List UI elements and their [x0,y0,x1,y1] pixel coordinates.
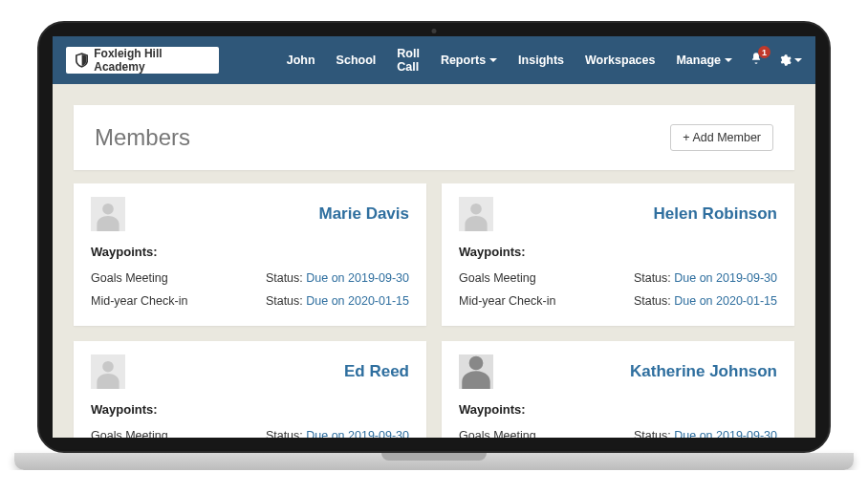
member-card-header: Helen Robinson [459,197,777,231]
camera-dot [432,29,437,33]
nav-item-label: School [336,54,377,67]
nav-item-school[interactable]: School [336,54,377,67]
page-header: Members + Add Member [74,105,794,170]
status-due-link[interactable]: Due on 2019-09-30 [306,271,409,285]
member-card: Katherine JohnsonWaypoints:Goals Meeting… [442,341,794,438]
member-name-link[interactable]: Helen Robinson [654,204,777,224]
app-screen: Foxleigh Hill Academy JohnSchoolRoll Cal… [53,36,815,438]
waypoint-row: Goals MeetingStatus: Due on 2019-09-30 [459,424,777,438]
status-prefix: Status: [634,271,674,285]
status-prefix: Status: [266,429,306,438]
status-prefix: Status: [634,429,674,438]
nav-item-john[interactable]: John [287,54,315,67]
member-card-header: Marie Davis [91,197,409,231]
member-name-link[interactable]: Katherine Johnson [630,362,777,381]
member-name-link[interactable]: Marie Davis [319,204,410,224]
waypoint-status: Status: Due on 2019-09-30 [634,429,777,438]
waypoint-title: Goals Meeting [91,271,168,285]
caret-down-icon [725,58,732,62]
member-card: Marie DavisWaypoints:Goals MeetingStatus… [74,183,426,326]
add-member-label: + Add Member [683,131,761,144]
nav-item-manage[interactable]: Manage [676,54,732,67]
status-due-link[interactable]: Due on 2019-09-30 [674,429,777,438]
nav-item-label: Insights [518,54,564,67]
waypoint-title: Mid-year Check-in [91,294,187,308]
nav-item-label: Reports [441,54,486,67]
laptop-bezel: Foxleigh Hill Academy JohnSchoolRoll Cal… [37,21,831,453]
waypoint-status: Status: Due on 2020-01-15 [634,294,777,308]
member-card-header: Katherine Johnson [459,354,777,389]
nav-item-label: Roll Call [397,47,420,74]
laptop-notch [381,453,487,461]
settings-menu[interactable] [778,54,802,67]
caret-down-icon [489,58,497,62]
add-member-button[interactable]: + Add Member [670,124,773,151]
waypoints-label: Waypoints: [91,245,409,259]
nav-item-label: Workspaces [585,54,655,67]
laptop-base [14,453,854,470]
waypoint-title: Goals Meeting [91,429,168,438]
nav-item-insights[interactable]: Insights [518,54,564,67]
waypoint-row: Goals MeetingStatus: Due on 2019-09-30 [91,267,409,290]
waypoint-row: Mid-year Check-inStatus: Due on 2020-01-… [459,290,777,312]
avatar[interactable] [459,354,493,389]
shield-icon [76,53,88,68]
status-prefix: Status: [266,294,306,308]
navbar: Foxleigh Hill Academy JohnSchoolRoll Cal… [53,36,815,84]
member-card: Ed ReedWaypoints:Goals MeetingStatus: Du… [74,341,426,438]
waypoint-row: Goals MeetingStatus: Due on 2019-09-30 [459,267,777,290]
brand-logo[interactable]: Foxleigh Hill Academy [66,47,219,74]
waypoint-status: Status: Due on 2019-09-30 [634,271,777,285]
nav-item-label: Manage [676,54,721,67]
brand-name: Foxleigh Hill Academy [94,47,208,74]
caret-down-icon [794,58,802,62]
nav-item-workspaces[interactable]: Workspaces [585,54,655,67]
page-title: Members [95,124,190,151]
laptop-mockup: Foxleigh Hill Academy JohnSchoolRoll Cal… [37,21,831,470]
nav-links: JohnSchoolRoll CallReportsInsightsWorksp… [287,47,732,74]
member-cards: Marie DavisWaypoints:Goals MeetingStatus… [74,183,794,438]
notification-bell[interactable]: 1 [749,52,763,69]
member-card: Helen RobinsonWaypoints:Goals MeetingSta… [442,183,794,326]
waypoint-title: Mid-year Check-in [459,294,555,308]
waypoint-status: Status: Due on 2019-09-30 [266,429,409,438]
notification-badge: 1 [758,46,770,58]
gear-icon [778,54,792,67]
status-due-link[interactable]: Due on 2020-01-15 [674,294,777,308]
avatar[interactable] [91,197,125,231]
status-due-link[interactable]: Due on 2019-09-30 [674,271,777,285]
waypoint-status: Status: Due on 2019-09-30 [266,271,409,285]
waypoints-label: Waypoints: [459,402,777,417]
waypoint-title: Goals Meeting [459,429,536,438]
nav-item-label: John [287,54,315,67]
avatar[interactable] [459,197,493,231]
waypoints-label: Waypoints: [459,245,777,259]
status-due-link[interactable]: Due on 2020-01-15 [306,294,409,308]
status-prefix: Status: [634,294,674,308]
status-prefix: Status: [266,271,306,285]
member-name-link[interactable]: Ed Reed [344,362,409,381]
waypoint-status: Status: Due on 2020-01-15 [266,294,409,308]
waypoints-label: Waypoints: [91,402,409,417]
status-due-link[interactable]: Due on 2019-09-30 [306,429,409,438]
nav-item-reports[interactable]: Reports [441,54,497,67]
waypoint-row: Mid-year Check-inStatus: Due on 2020-01-… [91,290,409,312]
avatar[interactable] [91,354,125,389]
waypoint-title: Goals Meeting [459,271,536,285]
nav-item-roll-call[interactable]: Roll Call [397,47,420,74]
waypoint-row: Goals MeetingStatus: Due on 2019-09-30 [91,424,409,438]
member-card-header: Ed Reed [91,354,409,389]
